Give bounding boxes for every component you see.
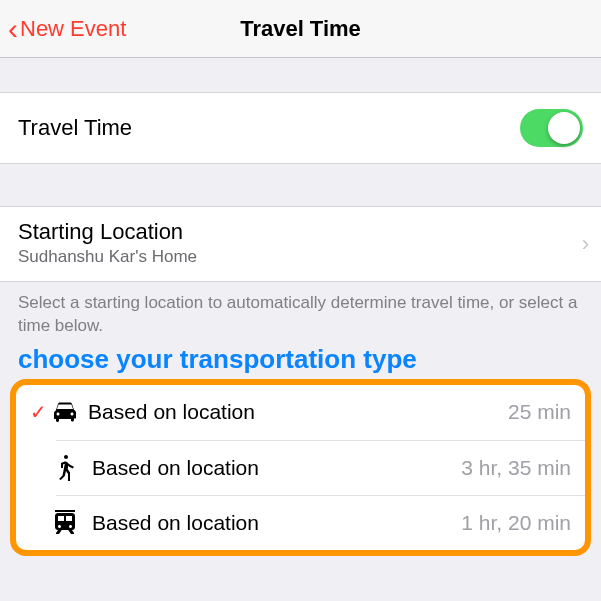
- toggle-knob: [548, 112, 580, 144]
- transport-options: ✓ Based on location 25 min ✓ Based on lo…: [10, 379, 591, 556]
- chevron-right-icon: ›: [582, 231, 589, 257]
- train-icon: [50, 510, 80, 536]
- back-label: New Event: [20, 16, 126, 42]
- spacer: [0, 58, 601, 92]
- checkmark-icon: ✓: [30, 400, 50, 424]
- travel-time-label: Travel Time: [18, 115, 132, 141]
- option-label: Based on location: [92, 511, 259, 535]
- travel-time-toggle[interactable]: [520, 109, 583, 147]
- option-time: 3 hr, 35 min: [461, 456, 571, 480]
- chevron-left-icon: ‹: [8, 14, 18, 44]
- option-label: Based on location: [88, 400, 255, 424]
- option-train[interactable]: ✓ Based on location 1 hr, 20 min: [56, 495, 585, 550]
- car-icon: [50, 401, 80, 423]
- option-car[interactable]: ✓ Based on location 25 min: [16, 385, 585, 440]
- option-time: 25 min: [508, 400, 571, 424]
- page-title: Travel Time: [240, 16, 361, 42]
- travel-time-row: Travel Time: [0, 92, 601, 164]
- option-time: 1 hr, 20 min: [461, 511, 571, 535]
- starting-location-row[interactable]: Starting Location Sudhanshu Kar's Home ›: [0, 206, 601, 282]
- annotation-text: choose your transportation type: [0, 342, 601, 379]
- hint-text: Select a starting location to automatica…: [0, 282, 601, 342]
- walk-icon: [50, 455, 80, 481]
- option-walk[interactable]: ✓ Based on location 3 hr, 35 min: [56, 440, 585, 495]
- option-label: Based on location: [92, 456, 259, 480]
- starting-location-title: Starting Location: [18, 219, 583, 245]
- back-button[interactable]: ‹ New Event: [8, 14, 126, 44]
- navbar: ‹ New Event Travel Time: [0, 0, 601, 58]
- starting-location-subtitle: Sudhanshu Kar's Home: [18, 247, 583, 267]
